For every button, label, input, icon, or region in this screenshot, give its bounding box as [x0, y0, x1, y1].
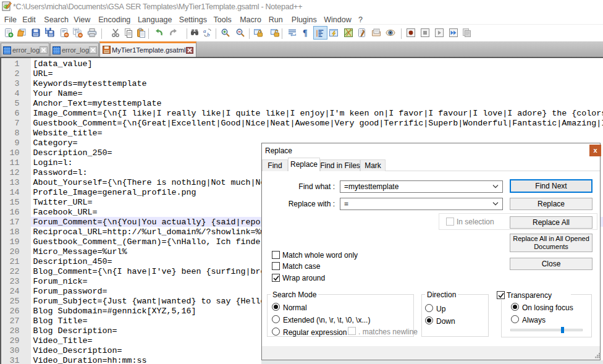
svg-text:¶: ¶ [303, 28, 308, 38]
svg-text:a: a [203, 28, 206, 34]
svg-text:b: b [207, 32, 210, 38]
